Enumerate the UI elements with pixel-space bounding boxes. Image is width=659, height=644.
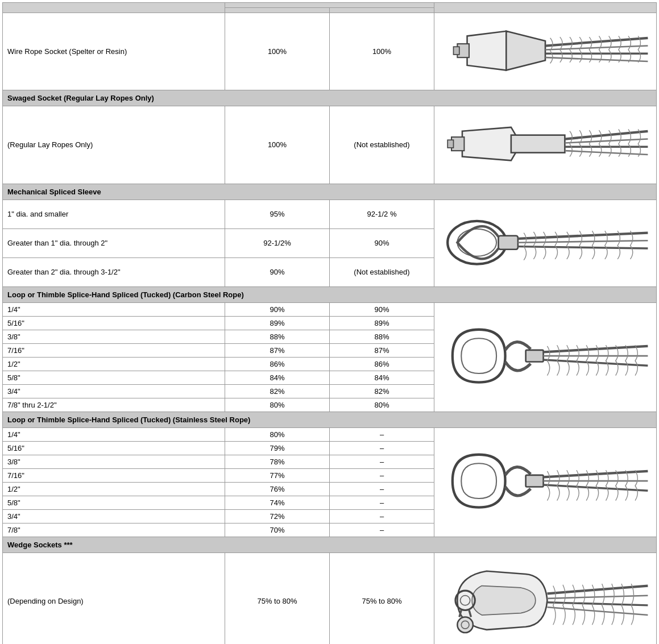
svg-point-32: [457, 617, 473, 633]
svg-rect-18: [499, 235, 518, 249]
termination-cell: 7/16": [3, 468, 225, 482]
svg-point-17: [457, 228, 496, 256]
fc-cell: 75% to 80%: [330, 552, 434, 644]
iwrc-cell: 88%: [225, 330, 330, 343]
fc-cell: –: [330, 455, 434, 468]
svg-line-13: [565, 139, 648, 143]
svg-line-19: [518, 232, 648, 238]
iwrc-cell: 70%: [225, 523, 330, 537]
fc-cell: 87%: [330, 343, 434, 357]
section-header-row: Mechanical Spliced Sleeve: [3, 184, 657, 200]
fc-cell: –: [330, 468, 434, 482]
fc-cell: –: [330, 496, 434, 509]
termination-header: [3, 3, 225, 13]
termination-cell: 3/4": [3, 509, 225, 523]
profile-cell: [434, 200, 657, 286]
iwrc-cell: 92-1/2%: [225, 228, 330, 257]
termination-cell: 7/16": [3, 343, 225, 357]
termination-cell: 3/8": [3, 330, 225, 343]
termination-cell: Greater than 2" dia. through 3-1/2": [3, 257, 225, 286]
profile-cell: [434, 427, 657, 537]
fc-cell: –: [330, 482, 434, 496]
table-row: 1" dia. and smaller95%92-1/2 %: [3, 200, 657, 228]
table-row: Wire Rope Socket (Spelter or Resin)100%1…: [3, 13, 657, 90]
svg-line-12: [565, 131, 648, 139]
iwrc-cell: 100%: [225, 106, 330, 184]
svg-line-38: [547, 603, 648, 605]
termination-cell: 7/8": [3, 523, 225, 537]
fc-cell: 92-1/2 %: [330, 200, 434, 228]
section-header-cell: Mechanical Spliced Sleeve: [3, 184, 657, 200]
termination-cell: 5/16": [3, 316, 225, 330]
fc-cell: 90%: [330, 302, 434, 316]
iwrc-cell: 72%: [225, 509, 330, 523]
svg-rect-11: [447, 140, 453, 148]
termination-cell: (Regular Lay Ropes Only): [3, 106, 225, 184]
fc-cell: 80%: [330, 398, 434, 412]
svg-line-15: [565, 151, 648, 155]
iwrc-cell: 100%: [225, 13, 330, 90]
termination-cell: 5/8": [3, 496, 225, 509]
efficiency-header: [225, 3, 434, 8]
section-header-cell: Loop or Thimble Splice-Hand Spliced (Tuc…: [3, 412, 657, 427]
table-row: 1/4"80%–: [3, 427, 657, 441]
table-row: (Depending on Design)75% to 80%75% to 80…: [3, 552, 657, 644]
termination-cell: 5/16": [3, 441, 225, 455]
termination-cell: (Depending on Design): [3, 552, 225, 644]
fc-cell: 89%: [330, 316, 434, 330]
termination-cell: 7/8" thru 2-1/2": [3, 398, 225, 412]
termination-cell: 3/4": [3, 384, 225, 398]
termination-cell: Greater than 1" dia. through 2": [3, 228, 225, 257]
section-header-row: Wedge Sockets ***: [3, 537, 657, 552]
profile-cell: [434, 552, 657, 644]
iwrc-header: [225, 8, 330, 13]
iwrc-cell: 74%: [225, 496, 330, 509]
section-header-row: Loop or Thimble Splice-Hand Spliced (Tuc…: [3, 412, 657, 427]
termination-cell: 1/2": [3, 357, 225, 371]
fc-cell: (Not established): [330, 257, 434, 286]
fc-header: [330, 8, 434, 13]
iwrc-cell: 95%: [225, 200, 330, 228]
termination-cell: 1/4": [3, 302, 225, 316]
iwrc-cell: 87%: [225, 343, 330, 357]
profile-cell: [434, 13, 657, 90]
svg-rect-9: [511, 135, 565, 153]
svg-line-37: [547, 596, 648, 599]
fc-cell: 90%: [330, 228, 434, 257]
fc-cell: (Not established): [330, 106, 434, 184]
svg-rect-26: [526, 475, 544, 487]
svg-rect-22: [526, 350, 544, 362]
termination-cell: 3/8": [3, 455, 225, 468]
section-header-cell: Loop or Thimble Splice-Hand Spliced (Tuc…: [3, 286, 657, 302]
iwrc-cell: 78%: [225, 455, 330, 468]
iwrc-cell: 90%: [225, 302, 330, 316]
termination-cell: 1" dia. and smaller: [3, 200, 225, 228]
profile-header: [434, 3, 657, 13]
iwrc-cell: 90%: [225, 257, 330, 286]
fc-cell: –: [330, 509, 434, 523]
termination-cell: 1/2": [3, 482, 225, 496]
fc-cell: –: [330, 441, 434, 455]
profile-cell: [434, 302, 657, 412]
fc-cell: 84%: [330, 371, 434, 384]
iwrc-cell: 89%: [225, 316, 330, 330]
section-header-row: Loop or Thimble Splice-Hand Spliced (Tuc…: [3, 286, 657, 302]
section-header-cell: Swaged Socket (Regular Lay Ropes Only): [3, 90, 657, 106]
fc-cell: –: [330, 523, 434, 537]
section-header-row: Swaged Socket (Regular Lay Ropes Only): [3, 90, 657, 106]
fc-cell: –: [330, 427, 434, 441]
svg-marker-1: [506, 31, 545, 70]
iwrc-cell: 80%: [225, 398, 330, 412]
iwrc-cell: 79%: [225, 441, 330, 455]
fc-cell: 86%: [330, 357, 434, 371]
iwrc-cell: 77%: [225, 468, 330, 482]
iwrc-cell: 75% to 80%: [225, 552, 330, 644]
termination-cell: 5/8": [3, 371, 225, 384]
profile-cell: [434, 106, 657, 184]
fc-cell: 82%: [330, 384, 434, 398]
iwrc-cell: 82%: [225, 384, 330, 398]
iwrc-cell: 76%: [225, 482, 330, 496]
svg-line-20: [518, 240, 648, 242]
termination-cell: 1/4": [3, 427, 225, 441]
section-header-cell: Wedge Sockets ***: [3, 537, 657, 552]
